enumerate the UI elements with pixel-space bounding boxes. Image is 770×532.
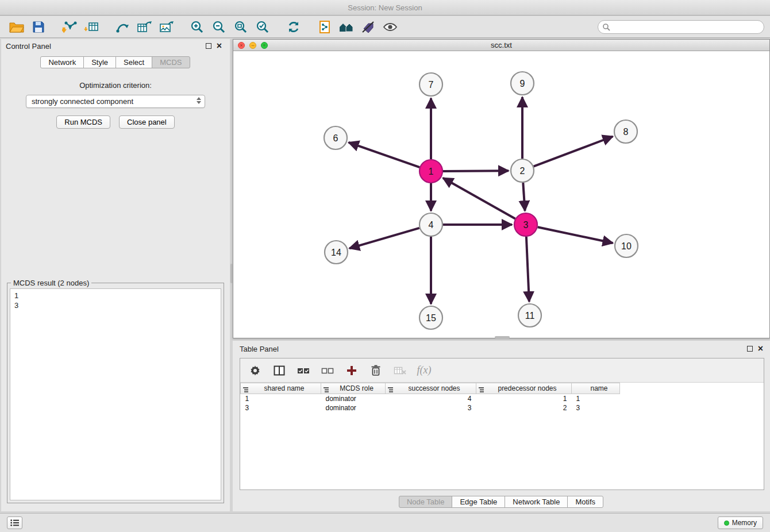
- folder-open-icon: [9, 21, 24, 33]
- table-cell[interactable]: 3: [386, 403, 476, 413]
- table-panel-body: f(x) shared name MCDS role successor nod…: [240, 358, 764, 490]
- graph-node-label: 8: [623, 127, 629, 137]
- zoom-selected-icon: [256, 20, 270, 34]
- optimization-criterion-select[interactable]: strongly connected component: [26, 95, 205, 108]
- close-panel-icon[interactable]: ×: [217, 41, 222, 51]
- mcds-result-item[interactable]: 1: [14, 291, 217, 300]
- columns-icon: [274, 365, 285, 376]
- tab-style[interactable]: Style: [83, 56, 116, 68]
- network-overview-button[interactable]: [336, 18, 357, 36]
- graph-edge[interactable]: [534, 137, 613, 167]
- table-panel-header: Table Panel ×: [233, 341, 770, 358]
- add-row-button[interactable]: [344, 362, 360, 379]
- vertical-scrollbar[interactable]: [230, 264, 233, 283]
- search-input[interactable]: [598, 20, 764, 34]
- close-panel-button[interactable]: Close panel: [119, 115, 175, 129]
- tab-node-table[interactable]: Node Table: [399, 496, 453, 508]
- float-panel-icon[interactable]: [206, 43, 211, 49]
- trash-icon: [370, 364, 382, 376]
- tab-edge-table[interactable]: Edge Table: [452, 496, 505, 508]
- column-header-successor-nodes[interactable]: successor nodes: [386, 383, 476, 394]
- minimize-window-icon[interactable]: –: [249, 42, 256, 49]
- select-all-icon: [297, 367, 310, 375]
- tab-mcds[interactable]: MCDS: [152, 56, 190, 68]
- close-table-panel-icon[interactable]: ×: [758, 344, 763, 354]
- refresh-button[interactable]: [283, 18, 305, 36]
- table-cell[interactable]: 1: [476, 394, 572, 403]
- show-columns-button[interactable]: [271, 362, 287, 379]
- column-header-shared-name[interactable]: shared name: [241, 383, 321, 394]
- graph-edge[interactable]: [538, 227, 613, 243]
- memory-button[interactable]: Memory: [718, 516, 763, 529]
- table-cell[interactable]: 3: [572, 403, 620, 413]
- network-window-title: scc.txt: [491, 41, 512, 49]
- unselect-all-icon: [321, 367, 334, 375]
- mcds-buttons: Run MCDS Close panel: [1, 115, 230, 129]
- run-mcds-button[interactable]: Run MCDS: [56, 115, 110, 129]
- float-table-panel-icon[interactable]: [747, 346, 753, 352]
- mcds-result-item[interactable]: 3: [14, 300, 217, 310]
- graph-node-label: 6: [333, 133, 338, 143]
- graphics-details-icon: [361, 21, 375, 33]
- export-table-icon: [137, 20, 152, 34]
- table-cell[interactable]: 1: [572, 394, 620, 403]
- search-icon: [602, 23, 610, 33]
- table-row[interactable]: 3dominator323: [241, 403, 620, 413]
- column-header-name[interactable]: name: [572, 383, 620, 394]
- select-all-columns-button[interactable]: [295, 362, 311, 379]
- import-network-button[interactable]: [59, 18, 80, 36]
- control-panel-header: Control Panel ×: [1, 39, 230, 54]
- tab-select[interactable]: Select: [116, 56, 152, 68]
- network-graph[interactable]: 7968124314101511: [233, 51, 769, 338]
- graphics-details-button[interactable]: [357, 18, 379, 36]
- zoom-window-icon[interactable]: +: [261, 42, 268, 49]
- close-window-icon[interactable]: ×: [238, 42, 245, 49]
- horizontal-scrollbar[interactable]: [495, 336, 510, 338]
- zoom-out-button[interactable]: [208, 18, 230, 36]
- show-hide-button[interactable]: [379, 18, 401, 36]
- main-toolbar: [0, 16, 770, 38]
- zoom-fit-button[interactable]: [230, 18, 252, 36]
- graph-edge[interactable]: [443, 171, 509, 171]
- task-history-button[interactable]: [7, 516, 22, 529]
- table-cell[interactable]: 3: [241, 403, 321, 413]
- export-network-button[interactable]: [111, 18, 133, 36]
- window-titlebar: Session: New Session: [0, 0, 770, 16]
- column-header-predecessor-nodes[interactable]: predecessor nodes: [476, 383, 572, 394]
- column-header-mcds-role[interactable]: MCDS role: [321, 383, 386, 394]
- graph-edge[interactable]: [523, 183, 525, 211]
- graph-node-label: 11: [525, 311, 535, 321]
- graph-edge[interactable]: [526, 237, 529, 302]
- table-row[interactable]: 1dominator411: [241, 394, 620, 403]
- export-table-button[interactable]: [133, 18, 155, 36]
- tab-network[interactable]: Network: [40, 56, 84, 68]
- import-table-button[interactable]: [80, 18, 102, 36]
- table-cell[interactable]: 1: [241, 394, 321, 403]
- table-cell[interactable]: 4: [386, 394, 476, 403]
- tab-motifs[interactable]: Motifs: [567, 496, 603, 508]
- delete-row-button[interactable]: [368, 362, 384, 379]
- graph-edge[interactable]: [443, 178, 515, 219]
- graph-edge[interactable]: [349, 142, 420, 167]
- network-document-button[interactable]: [314, 18, 336, 36]
- table-cell[interactable]: dominator: [321, 403, 386, 413]
- unselect-all-columns-button[interactable]: [319, 362, 336, 379]
- table-cell[interactable]: 2: [476, 403, 572, 413]
- function-builder-button[interactable]: f(x): [416, 362, 432, 379]
- save-session-button[interactable]: [28, 18, 49, 36]
- zoom-selected-button[interactable]: [252, 18, 274, 36]
- sort-icon: [324, 386, 329, 394]
- control-panel-tabs: Network Style Select MCDS: [1, 56, 230, 68]
- table-settings-button[interactable]: [247, 362, 263, 379]
- table-panel-title: Table Panel: [240, 345, 279, 353]
- tab-network-table[interactable]: Network Table: [505, 496, 568, 508]
- export-image-button[interactable]: [155, 18, 177, 36]
- delete-table-button[interactable]: [392, 362, 408, 379]
- graph-node-label: 3: [523, 220, 529, 230]
- network-window: × – + scc.txt 7968124314101511: [233, 39, 770, 338]
- table-cell[interactable]: dominator: [321, 394, 386, 403]
- mcds-result-list[interactable]: 13: [10, 288, 221, 500]
- open-file-button[interactable]: [6, 18, 28, 36]
- graph-edge[interactable]: [349, 228, 419, 248]
- zoom-in-button[interactable]: [186, 18, 208, 36]
